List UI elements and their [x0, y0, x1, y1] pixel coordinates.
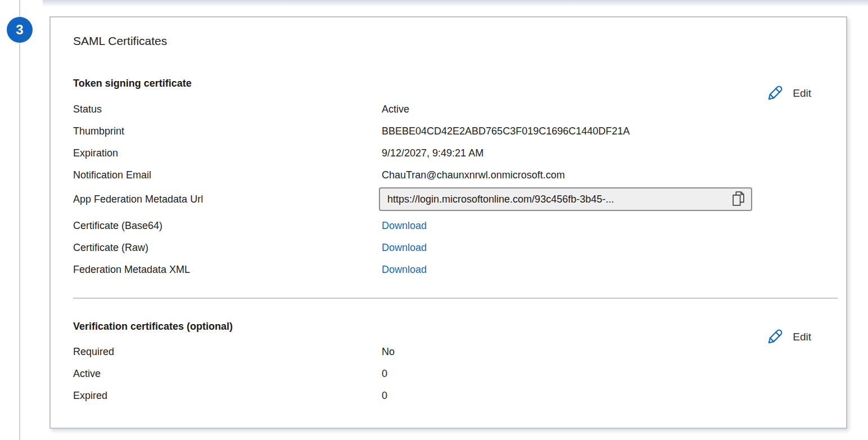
field-row-expiration: Expiration 9/12/2027, 9:49:21 AM	[73, 142, 824, 164]
field-row-thumbprint: Thumbprint BBEBE04CD42E2ABD765C3F019C169…	[73, 120, 824, 142]
field-value: BBEBE04CD42E2ABD765C3F019C1696C1440DF21A	[382, 125, 630, 137]
field-value: Active	[382, 104, 409, 115]
token-signing-heading: Token signing certificate	[73, 77, 192, 90]
step-connector-line	[19, 0, 20, 440]
field-label: Federation Metadata XML	[73, 264, 382, 276]
verification-certificates-heading: Verification certificates (optional)	[73, 320, 233, 333]
step-number: 3	[16, 22, 23, 38]
field-value: 0	[382, 390, 387, 402]
metadata-url-label: App Federation Metadata Url	[73, 192, 203, 206]
metadata-url-value: https://login.microsoftonline.com/93c456…	[387, 194, 727, 205]
field-label: Required	[73, 346, 382, 358]
download-base64-link[interactable]: Download	[382, 220, 427, 232]
download-row-federation-metadata: Federation Metadata XML Download	[73, 259, 824, 281]
edit-button-label: Edit	[793, 87, 811, 100]
section-divider	[73, 298, 838, 299]
field-value: ChauTran@chaunxnrwl.onmicrosoft.com	[382, 169, 565, 181]
field-label: Status	[73, 104, 382, 115]
field-value: 9/12/2027, 9:49:21 AM	[382, 147, 483, 159]
field-value: No	[382, 346, 395, 358]
field-row-notification-email: Notification Email ChauTran@chaunxnrwl.o…	[73, 164, 824, 186]
field-label: Thumbprint	[73, 125, 382, 137]
download-row-base64: Certificate (Base64) Download	[73, 215, 824, 237]
field-label: Expired	[73, 390, 382, 402]
certificate-download-rows: Certificate (Base64) Download Certificat…	[73, 215, 824, 281]
field-label: Certificate (Raw)	[73, 242, 382, 254]
download-row-raw: Certificate (Raw) Download	[73, 237, 824, 259]
field-row-expired: Expired 0	[73, 385, 824, 407]
field-label: Expiration	[73, 147, 382, 159]
verification-fields: Required No Active 0 Expired 0	[73, 341, 824, 407]
field-row-required: Required No	[73, 341, 824, 363]
field-label: Notification Email	[73, 169, 382, 181]
field-row-active: Active 0	[73, 363, 824, 385]
field-label: Active	[73, 368, 382, 380]
copy-url-button[interactable]	[727, 191, 745, 208]
step-number-badge: 3	[7, 17, 33, 43]
field-label: Certificate (Base64)	[73, 220, 382, 232]
saml-certificates-card: SAML Certificates Token signing certific…	[49, 16, 847, 429]
field-row-status: Status Active	[73, 98, 824, 120]
token-signing-fields: Status Active Thumbprint BBEBE04CD42E2AB…	[73, 98, 824, 186]
field-value: 0	[382, 368, 387, 380]
download-federation-metadata-link[interactable]: Download	[382, 264, 427, 276]
metadata-url-box[interactable]: https://login.microsoftonline.com/93c456…	[379, 187, 752, 211]
previous-card-bottom-edge	[43, 0, 868, 7]
card-title: SAML Certificates	[73, 33, 167, 49]
download-raw-link[interactable]: Download	[382, 242, 427, 254]
copy-icon	[731, 191, 745, 208]
